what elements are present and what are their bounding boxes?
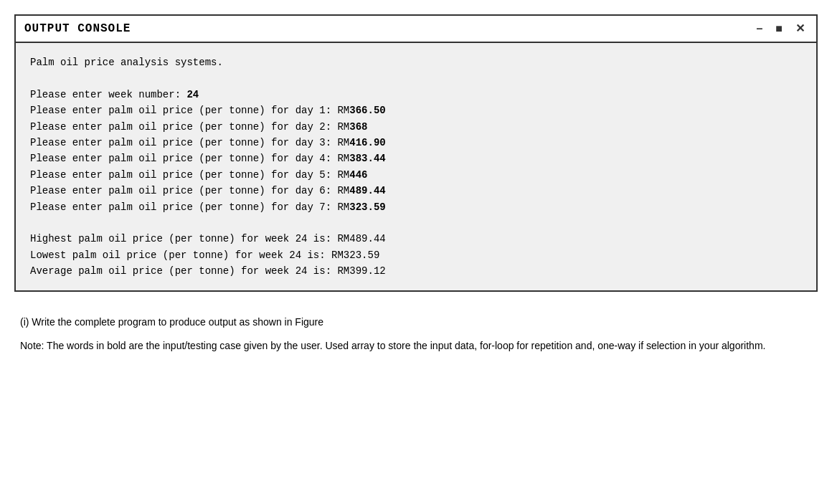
day3-value: 416.90 xyxy=(349,137,385,148)
instruction-section: (i) Write the complete program to produc… xyxy=(14,309,818,353)
console-line-day6: Please enter palm oil price (per tonne) … xyxy=(30,183,802,199)
console-line-day4: Please enter palm oil price (per tonne) … xyxy=(30,151,802,166)
console-title: OUTPUT CONSOLE xyxy=(24,22,131,35)
console-line-day3: Please enter palm oil price (per tonne) … xyxy=(30,135,802,151)
day6-value: 489.44 xyxy=(349,185,385,196)
day7-value: 323.59 xyxy=(349,201,385,213)
minimize-button[interactable]: – xyxy=(753,22,765,36)
console-titlebar: OUTPUT CONSOLE – ■ ✕ xyxy=(16,16,816,43)
console-line-average: Average palm oil price (per tonne) for w… xyxy=(30,263,802,279)
console-line-week: Please enter week number: 24 xyxy=(30,87,802,103)
console-spacer-1 xyxy=(30,70,802,86)
console-line-day2: Please enter palm oil price (per tonne) … xyxy=(30,119,802,135)
console-line-day7: Please enter palm oil price (per tonne) … xyxy=(30,199,802,215)
day2-value: 368 xyxy=(349,121,367,133)
console-controls: – ■ ✕ xyxy=(753,22,808,36)
console-spacer-2 xyxy=(30,215,802,231)
day5-value: 446 xyxy=(349,169,367,181)
note-instruction: Note: The words in bold are the input/te… xyxy=(20,338,812,353)
console-window: OUTPUT CONSOLE – ■ ✕ Palm oil price anal… xyxy=(14,14,818,292)
console-line-highest: Highest palm oil price (per tonne) for w… xyxy=(30,231,802,247)
console-line-day5: Please enter palm oil price (per tonne) … xyxy=(30,167,802,183)
task-instruction: (i) Write the complete program to produc… xyxy=(20,315,812,330)
day4-value: 383.44 xyxy=(349,153,385,164)
console-line-intro: Palm oil price analysis systems. xyxy=(30,54,802,70)
week-value: 24 xyxy=(186,89,199,100)
console-line-day1: Please enter palm oil price (per tonne) … xyxy=(30,103,802,118)
console-body: Palm oil price analysis systems. Please … xyxy=(16,43,816,290)
close-button[interactable]: ✕ xyxy=(793,22,808,36)
maximize-button[interactable]: ■ xyxy=(772,22,785,36)
console-line-lowest: Lowest palm oil price (per tonne) for we… xyxy=(30,247,802,263)
day1-value: 366.50 xyxy=(349,105,385,116)
